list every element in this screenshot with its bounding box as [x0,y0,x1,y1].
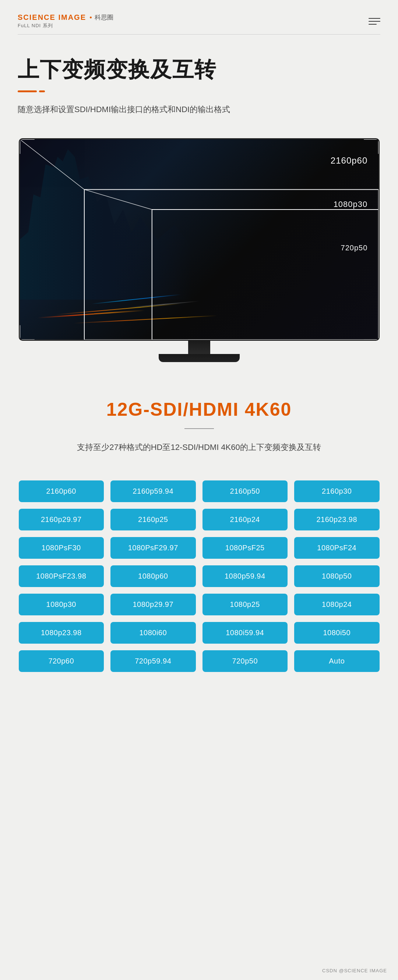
badges-grid: 2160p602160p59.942160p502160p302160p29.9… [19,480,380,672]
format-badge: 2160p25 [110,509,196,530]
label-1080p30: 1080p30 [334,200,368,209]
format-badge: 1080p30 [19,593,104,615]
format-badge: 2160p23.98 [294,509,380,530]
format-badge: 1080PsF23.98 [19,565,104,587]
badges-section: 2160p602160p59.942160p502160p302160p29.9… [0,462,398,694]
format-badge: 2160p59.94 [110,480,196,502]
accent-bar-long [18,91,37,92]
format-badge: 1080i50 [294,622,380,644]
hero-description: 随意选择和设置SDI/HDMI输出接口的格式和NDI的输出格式 [18,103,246,116]
page-title: 上下变频变换及互转 [18,57,380,82]
format-badge: 1080i60 [110,622,196,644]
brand-cn: 科思圈 [94,13,113,22]
format-badge: 1080PsF29.97 [110,537,196,559]
brand-dot [90,16,92,18]
label-720p50: 720p50 [341,244,368,252]
monitor-wrapper: 2160p60 1080p30 720p50 [19,138,380,362]
format-badge: 720p59.94 [110,650,196,672]
format-badge: 1080p29.97 [110,593,196,615]
format-badge: 1080p59.94 [203,565,288,587]
hamburger-line-1 [369,18,380,19]
monitor-stand-base [159,354,240,362]
format-badge: 1080i59.94 [203,622,288,644]
sdi-divider [184,428,214,429]
sdi-title: 12G-SDI/HDMI 4K60 [18,399,380,420]
format-badge: Auto [294,650,380,672]
format-badge: 2160p29.97 [19,509,104,530]
format-badge: 1080p24 [294,593,380,615]
hamburger-line-2 [369,21,380,22]
format-badge: 2160p30 [294,480,380,502]
brand-text: SCIENCE IMAGE [18,13,86,22]
header: SCIENCE IMAGE 科思圈 FuLL NDI 系列 [0,0,398,29]
hamburger-icon[interactable] [369,18,380,25]
format-badge: 2160p60 [19,480,104,502]
format-badge: 2160p24 [203,509,288,530]
monitor-stand-neck [188,341,210,354]
monitor-bezel: 2160p60 1080p30 720p50 [19,138,380,341]
footer: CSDN @SCIENCE IMAGE [322,968,387,974]
format-badge: 1080p25 [203,593,288,615]
light-streaks [20,240,379,340]
label-2160p60: 2160p60 [331,156,368,166]
hero-section: 上下变频变换及互转 随意选择和设置SDI/HDMI输出接口的格式和NDI的输出格… [0,35,398,116]
monitor-section: 2160p60 1080p30 720p50 [0,116,398,384]
sdi-section: 12G-SDI/HDMI 4K60 支持至少27种格式的HD至12-SDI/HD… [0,384,398,462]
format-badge: 1080PsF25 [203,537,288,559]
format-badge: 720p60 [19,650,104,672]
logo-brand: SCIENCE IMAGE 科思圈 [18,13,113,22]
logo-area: SCIENCE IMAGE 科思圈 FuLL NDI 系列 [18,13,113,29]
accent-decoration [18,91,380,92]
format-badge: 2160p50 [203,480,288,502]
footer-text: CSDN @SCIENCE IMAGE [322,968,387,974]
sdi-description: 支持至少27种格式的HD至12-SDI/HDMI 4K60的上下变频变换及互转 [70,440,328,455]
format-badge: 720p50 [203,650,288,672]
format-badge: 1080PsF24 [294,537,380,559]
hamburger-line-3 [369,24,377,25]
format-badge: 1080p23.98 [19,622,104,644]
format-badge: 1080p50 [294,565,380,587]
accent-bar-short [39,91,45,92]
subtitle: FuLL NDI 系列 [18,22,113,29]
format-badge: 1080PsF30 [19,537,104,559]
format-badge: 1080p60 [110,565,196,587]
